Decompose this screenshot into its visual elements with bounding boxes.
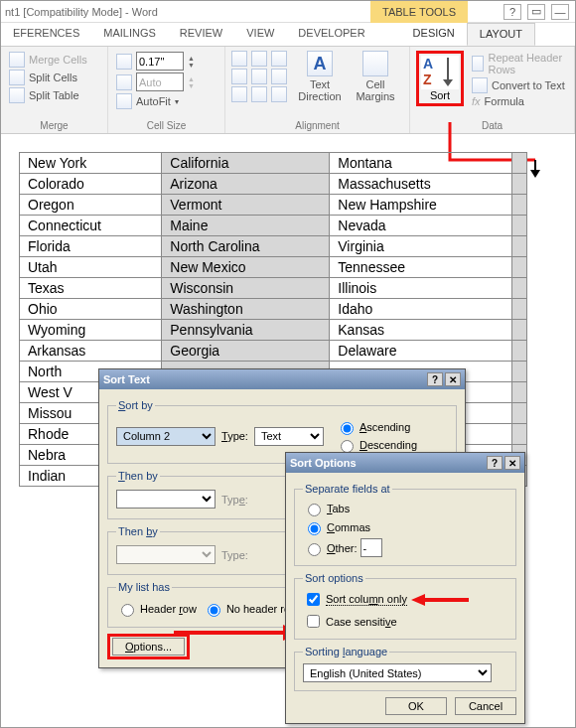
table-cell[interactable]: Virginia [330, 236, 512, 257]
table-cell[interactable]: Massachusetts [330, 174, 512, 195]
convert-to-text-button[interactable]: Convert to Text [470, 76, 568, 94]
ascending-radio[interactable]: Ascending [336, 419, 417, 435]
table-cell[interactable]: Texas [20, 278, 162, 299]
table-cell[interactable]: New York [20, 153, 162, 174]
table-cell[interactable]: North Carolina [162, 236, 330, 257]
sort-text-titlebar[interactable]: Sort Text ? ✕ [99, 369, 465, 389]
table-cell[interactable]: Oregon [20, 195, 162, 216]
text-direction-button[interactable]: A Text Direction [295, 51, 345, 102]
table-cell[interactable]: Florida [20, 236, 162, 257]
table-cell[interactable]: Delaware [330, 341, 512, 362]
table-row[interactable]: OhioWashingtonIdaho [20, 299, 527, 320]
sort-options-titlebar[interactable]: Sort Options ? ✕ [286, 453, 524, 473]
table-row[interactable]: UtahNew MexicoTennessee [20, 257, 527, 278]
table-cell[interactable]: Vermont [162, 195, 330, 216]
commas-radio[interactable]: Commas [303, 519, 507, 535]
tab-references[interactable]: EFERENCES [1, 23, 91, 46]
table-cell[interactable]: Wisconsin [162, 278, 330, 299]
col-width-field[interactable]: ▲▼ [114, 72, 218, 92]
other-radio[interactable]: Other: [303, 538, 507, 557]
alignment-grid[interactable] [231, 51, 289, 102]
merge-cells-button[interactable]: Merge Cells [7, 51, 101, 69]
sort-text-title: Sort Text [103, 373, 150, 385]
type-select[interactable]: Text [254, 427, 324, 446]
cell-margins-icon [362, 51, 388, 76]
row-end-marker [512, 362, 527, 382]
table-cell[interactable]: Idaho [330, 299, 512, 320]
table-row[interactable]: ColoradoArizonaMassachusetts [20, 174, 527, 195]
then-by-select-1[interactable] [116, 490, 216, 509]
table-row[interactable]: WyomingPennsylvaniaKansas [20, 320, 527, 341]
repeat-header-button[interactable]: Repeat Header Rows [470, 51, 568, 76]
table-row[interactable]: OregonVermontNew Hampshire [20, 195, 527, 216]
row-height-input[interactable] [136, 52, 184, 71]
table-row[interactable]: ConnecticutMaineNevada [20, 216, 527, 236]
close-dialog-icon-2[interactable]: ✕ [504, 456, 520, 470]
row-height-field[interactable]: ▲▼ [114, 51, 218, 72]
table-cell[interactable]: Arizona [162, 174, 330, 195]
table-cell[interactable]: Wyoming [20, 320, 162, 341]
descending-radio[interactable]: Descending [336, 437, 417, 453]
table-cell[interactable]: Ohio [20, 299, 162, 320]
sort-by-select[interactable]: Column 2 [116, 427, 216, 446]
autofit-button[interactable]: AutoFit▾ [114, 92, 218, 110]
options-button[interactable]: Options... [112, 638, 185, 655]
table-row[interactable]: ArkansasGeorgiaDelaware [20, 341, 527, 362]
close-dialog-icon[interactable]: ✕ [445, 372, 461, 386]
row-end-marker [512, 320, 527, 341]
split-cells-button[interactable]: Split Cells [7, 69, 101, 86]
minimize-icon[interactable]: — [551, 4, 569, 20]
table-cell[interactable]: Washington [162, 299, 330, 320]
help-dialog-icon-2[interactable]: ? [487, 456, 503, 470]
help-icon[interactable]: ? [504, 4, 521, 20]
table-row[interactable]: TexasWisconsinIllinois [20, 278, 527, 299]
table-cell[interactable]: Tennessee [330, 257, 512, 278]
table-cell[interactable]: New Mexico [162, 257, 330, 278]
table-cell[interactable]: Connecticut [20, 216, 162, 236]
table-cell[interactable]: Montana [330, 153, 512, 174]
table-row[interactable]: New YorkCaliforniaMontana [20, 153, 527, 174]
case-sensitive-checkbox[interactable]: Case sensitive [303, 612, 507, 631]
separate-fields-group: Separate fields at Tabs Commas Other: [294, 483, 516, 566]
table-cell[interactable]: Maine [162, 216, 330, 236]
help-dialog-icon[interactable]: ? [427, 372, 443, 386]
no-header-row-radio[interactable]: No header row [203, 601, 298, 617]
table-cell[interactable]: Kansas [330, 320, 512, 341]
language-select[interactable]: English (United States) [303, 663, 492, 682]
cell-margins-button[interactable]: Cell Margins [351, 51, 400, 102]
table-cell[interactable]: California [162, 153, 330, 174]
split-table-button[interactable]: Split Table [7, 86, 101, 104]
table-cell[interactable]: New Hampshire [330, 195, 512, 216]
tab-developer[interactable]: DEVELOPER [286, 23, 376, 46]
ok-button[interactable]: OK [385, 697, 447, 715]
table-cell[interactable]: Utah [20, 257, 162, 278]
table-cell[interactable]: Colorado [20, 174, 162, 195]
row-height-icon [116, 54, 132, 70]
tab-view[interactable]: VIEW [234, 23, 286, 46]
sort-options-group: Sort options Sort column only Case sensi… [294, 572, 516, 640]
tab-design[interactable]: DESIGN [401, 23, 467, 46]
window-buttons: ? ▭ — [504, 4, 569, 20]
table-cell[interactable]: Georgia [162, 341, 330, 362]
sort-button[interactable]: AZ Sort [416, 51, 464, 106]
formula-button[interactable]: fx Formula [470, 94, 568, 108]
table-cell[interactable]: Arkansas [20, 341, 162, 362]
tab-layout[interactable]: LAYOUT [467, 23, 535, 46]
cancel-button[interactable]: Cancel [455, 697, 516, 715]
tab-mailings[interactable]: MAILINGS [91, 23, 168, 46]
ribbon-tabs: EFERENCES MAILINGS REVIEW VIEW DEVELOPER… [1, 23, 575, 47]
table-cell[interactable]: Pennsylvania [162, 320, 330, 341]
ribbon-display-icon[interactable]: ▭ [527, 4, 545, 20]
col-width-input[interactable] [136, 73, 184, 91]
tabs-radio[interactable]: Tabs [303, 501, 507, 516]
then-by-select-2[interactable] [116, 545, 216, 564]
repeat-header-icon [472, 56, 484, 72]
table-cell[interactable]: Nevada [330, 216, 512, 236]
tab-review[interactable]: REVIEW [168, 23, 234, 46]
table-row[interactable]: FloridaNorth CarolinaVirginia [20, 236, 527, 257]
sort-column-only-checkbox[interactable]: Sort column only [303, 590, 407, 609]
table-cell[interactable]: Illinois [330, 278, 512, 299]
header-row-radio[interactable]: Header row [116, 601, 197, 617]
row-end-marker [512, 424, 527, 445]
other-input[interactable] [360, 538, 382, 557]
